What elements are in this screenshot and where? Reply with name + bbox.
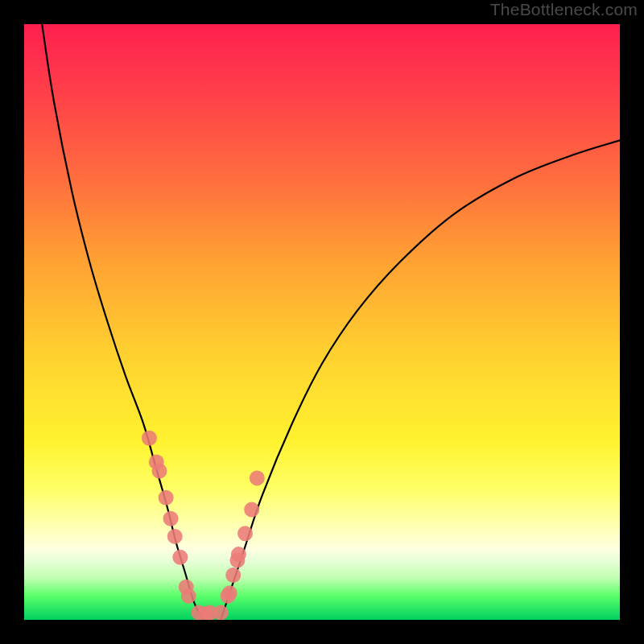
highlight-point bbox=[221, 588, 236, 604]
highlight-points bbox=[142, 431, 265, 620]
highlight-point bbox=[229, 553, 245, 568]
highlight-point bbox=[163, 511, 179, 526]
highlight-point bbox=[179, 580, 194, 595]
watermark-text: TheBottleneck.com bbox=[490, 0, 638, 19]
highlight-point bbox=[159, 490, 174, 506]
bottleneck-chart bbox=[24, 24, 620, 620]
highlight-point bbox=[225, 568, 241, 583]
highlight-point bbox=[250, 470, 265, 485]
right-curve bbox=[221, 140, 620, 620]
highlight-point bbox=[244, 502, 259, 518]
highlight-point bbox=[151, 464, 167, 479]
highlight-point bbox=[237, 526, 253, 541]
highlight-point bbox=[213, 605, 229, 620]
highlight-point bbox=[167, 529, 183, 544]
highlight-point bbox=[142, 431, 157, 446]
highlight-point bbox=[172, 550, 188, 565]
